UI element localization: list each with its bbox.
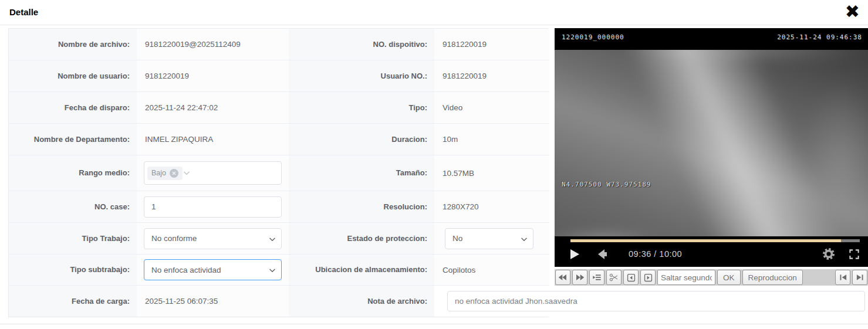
skip-start-button[interactable] — [835, 270, 850, 285]
label-tipo-trabajo: Tipo Trabajo: — [9, 223, 137, 255]
value-no-dispositivo: 9181220019 — [434, 29, 549, 60]
skip-start-icon — [839, 273, 847, 281]
fast-forward-button[interactable] — [572, 270, 587, 285]
frame-forward-button[interactable] — [640, 270, 656, 285]
estado-proteccion-value: No — [452, 234, 462, 243]
label-fecha-carga: Fecha de carga: — [9, 286, 137, 317]
footer-divider — [0, 324, 868, 324]
value-fecha-carga: 2025-11-25 06:07:35 — [137, 286, 289, 317]
video-gps-overlay: N4.707500 W73.975189 — [562, 181, 651, 188]
video-player[interactable]: 1220019_000000 2025-11-24 09:46:38 N4.70… — [555, 28, 868, 267]
cell-rango-medio: Bajo ✕ — [137, 155, 289, 191]
playlist-button[interactable] — [589, 270, 604, 285]
clip-button[interactable] — [606, 270, 622, 285]
no-case-input[interactable] — [144, 196, 282, 218]
cell-tipo-subtrabajo: No enfoca actividad — [137, 255, 289, 286]
tag-remove-icon[interactable]: ✕ — [170, 169, 178, 178]
tipo-trabajo-value: No conforme — [151, 234, 197, 243]
estado-proteccion-select[interactable]: No — [445, 228, 533, 249]
value-departamento: INMEL ZIPAQUIRA — [137, 124, 289, 155]
rango-medio-tag-label: Bajo — [151, 169, 166, 177]
reproduccion-button[interactable]: Reproduccion — [742, 270, 803, 285]
label-duracion: Duracion: — [289, 124, 434, 155]
skip-end-icon — [856, 273, 864, 281]
video-frame — [555, 50, 868, 236]
jump-seconds-input[interactable] — [657, 270, 715, 285]
chevron-down-icon — [268, 266, 276, 274]
value-tipo: Video — [434, 92, 549, 124]
fullscreen-icon — [849, 249, 860, 260]
rango-medio-tag: Bajo ✕ — [147, 167, 183, 180]
label-nombre-archivo: Nombre de archivo: — [9, 29, 137, 60]
detail-form: Nombre de archivo: 9181220019@2025112409… — [8, 28, 549, 317]
value-ubicacion: Copilotos — [434, 255, 549, 286]
settings-button[interactable] — [823, 248, 835, 260]
label-departamento: Nombre de Departamento: — [9, 124, 137, 155]
chevron-down-icon — [268, 235, 276, 243]
value-tamano: 10.57MB — [434, 155, 549, 191]
value-fecha-disparo: 2025-11-24 22:47:02 — [137, 92, 289, 124]
label-no-case: NO. case: — [9, 191, 137, 223]
tipo-trabajo-select[interactable]: No conforme — [144, 228, 282, 249]
rewind-button[interactable] — [555, 270, 570, 285]
play-button[interactable] — [570, 249, 579, 259]
rewind-icon — [558, 273, 568, 281]
cell-estado-proteccion: No — [434, 223, 549, 255]
tipo-subtrabajo-select[interactable]: No enfoca actividad — [144, 259, 282, 280]
label-ubicacion: Ubicacion de almacenamiento: — [289, 255, 434, 286]
cell-no-case — [137, 191, 289, 223]
chevron-down-icon — [520, 235, 528, 243]
video-id-overlay: 1220019_000000 — [562, 33, 624, 41]
page-title: Detalle — [9, 7, 38, 17]
label-no-dispositivo: NO. dispoitivo: — [289, 29, 434, 60]
value-duracion: 10m — [434, 124, 549, 155]
nota-archivo-input[interactable] — [447, 291, 865, 311]
label-nombre-usuario: Nombre de usuario: — [9, 60, 137, 92]
cell-nota-archivo — [434, 286, 549, 317]
video-progress-bar[interactable] — [570, 239, 860, 242]
label-estado-proteccion: Estado de proteccion: — [289, 223, 434, 255]
volume-button[interactable] — [597, 249, 607, 259]
fast-forward-icon — [575, 273, 585, 281]
frame-back-button[interactable] — [623, 270, 639, 285]
value-nombre-usuario: 9181220019 — [137, 60, 289, 92]
label-tipo: Tipo: — [289, 92, 434, 124]
label-tamano: Tamaño: — [289, 155, 434, 191]
value-usuario-no: 9181220019 — [434, 60, 549, 92]
video-controls: 09:36 / 10:00 — [570, 245, 860, 263]
rango-medio-select[interactable]: Bajo ✕ — [144, 161, 282, 185]
skip-end-button[interactable] — [852, 270, 867, 285]
label-rango-medio: Rango medio: — [9, 155, 137, 191]
video-progress-filled — [570, 239, 841, 242]
playlist-icon — [592, 273, 602, 281]
speaker-icon — [597, 249, 607, 259]
label-tipo-subtrabajo: Tipo subtrabajo: — [9, 255, 137, 286]
scissors-icon — [609, 273, 619, 282]
tipo-subtrabajo-value: No enfoca actividad — [151, 266, 221, 274]
play-icon — [570, 249, 579, 259]
value-resolucion: 1280X720 — [434, 191, 549, 223]
fullscreen-button[interactable] — [849, 249, 860, 260]
header-divider — [0, 25, 868, 25]
video-time-display: 09:36 / 10:00 — [629, 249, 682, 259]
label-nota-archivo: Nota de archivo: — [289, 286, 434, 317]
step-back-icon — [627, 273, 636, 282]
video-timestamp-overlay: 2025-11-24 09:46:38 — [777, 33, 862, 41]
gear-icon — [823, 248, 835, 260]
ok-button[interactable]: OK — [717, 270, 741, 285]
label-usuario-no: Usuario NO.: — [289, 60, 434, 92]
close-icon[interactable]: ✖ — [845, 2, 860, 21]
step-forward-icon — [644, 273, 653, 282]
video-toolbar: OK Reproduccion — [555, 269, 868, 286]
label-fecha-disparo: Fecha de disparo: — [9, 92, 137, 124]
value-nombre-archivo: 9181220019@2025112409 — [137, 29, 289, 60]
chevron-down-icon — [183, 169, 191, 177]
cell-tipo-trabajo: No conforme — [137, 223, 289, 255]
label-resolucion: Resolucion: — [289, 191, 434, 223]
